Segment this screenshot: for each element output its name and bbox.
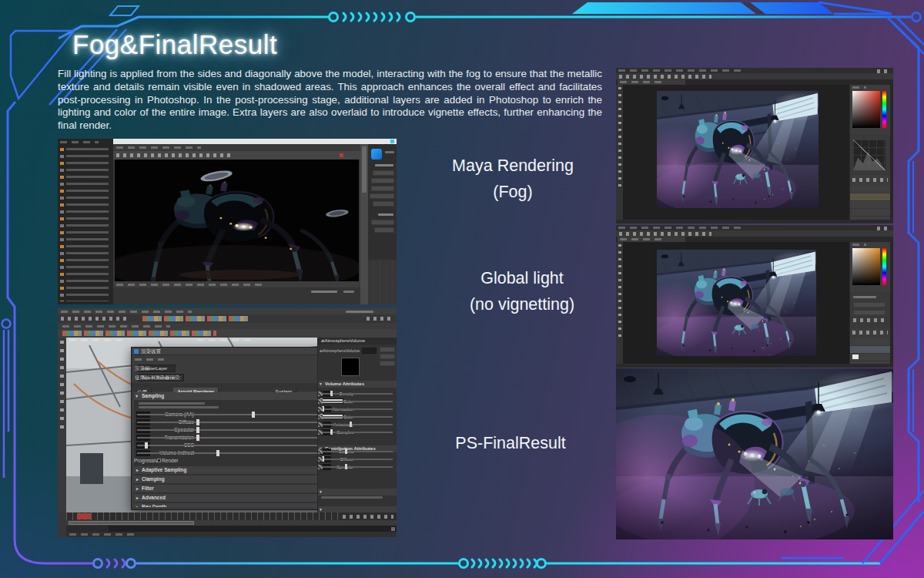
caption-line: PS-FinalResult [403, 430, 618, 456]
ps-options-bar[interactable] [616, 73, 893, 79]
property-button[interactable] [853, 302, 886, 307]
anisotropy-slider[interactable] [320, 424, 393, 425]
range-slider[interactable] [66, 520, 397, 526]
attribute-editor-tab[interactable]: aiAtmosphereVolume [318, 338, 397, 344]
zoom-control[interactable] [311, 291, 337, 293]
node-name-field[interactable] [362, 348, 377, 354]
ps-toolbar[interactable] [616, 85, 623, 220]
footer-control[interactable] [343, 291, 354, 293]
hue-slider[interactable] [882, 248, 886, 285]
attenuation-slider[interactable] [320, 408, 393, 410]
render-view-toolbar[interactable] [113, 151, 360, 160]
dialog-title: 渲染设置 [141, 348, 161, 355]
layers-panel[interactable] [850, 186, 890, 220]
progressive-checkbox[interactable] [157, 459, 161, 462]
attr-row: Diffuse [318, 455, 395, 462]
attenuation-color-slider[interactable] [320, 416, 393, 418]
shelf-icons-row[interactable] [58, 329, 397, 338]
adjustment-icons [852, 178, 888, 182]
help-icon[interactable] [391, 527, 395, 531]
color-panel[interactable] [850, 242, 890, 291]
adjustments-row[interactable] [850, 328, 890, 338]
panel-button[interactable] [371, 186, 394, 191]
ps-menubar[interactable] [616, 225, 893, 230]
texture-map-icon[interactable] [318, 422, 323, 427]
caption-line: (no vignetting) [414, 291, 630, 318]
maya-render-view-screenshot [58, 139, 397, 304]
color-picker-field[interactable] [852, 91, 880, 128]
panel-button[interactable] [370, 193, 394, 199]
texture-map-icon[interactable] [318, 407, 323, 412]
color-panel[interactable] [850, 85, 890, 134]
selected-layer-row[interactable] [850, 346, 890, 353]
specular-contribution-slider[interactable] [320, 466, 393, 468]
window-titlebar[interactable] [113, 139, 397, 144]
layers-panel[interactable] [850, 338, 890, 364]
playback-controls[interactable] [343, 515, 393, 519]
maya-statusline[interactable] [58, 314, 397, 323]
panel-button[interactable] [374, 227, 394, 233]
toolbox-column[interactable] [58, 338, 66, 512]
hue-slider[interactable] [882, 91, 886, 128]
document-tab[interactable] [618, 79, 685, 85]
panel-button[interactable] [371, 220, 394, 225]
samples-slider[interactable] [320, 432, 393, 433]
window-controls[interactable] [877, 69, 891, 73]
ps-canvas[interactable] [623, 85, 849, 220]
timeline-marker[interactable] [77, 513, 91, 519]
texture-map-icon[interactable] [318, 391, 323, 396]
outliner-panel[interactable] [58, 139, 113, 304]
properties-panel[interactable] [850, 292, 890, 328]
panel-button[interactable] [373, 201, 394, 207]
node-name-row: aiAtmosphereVolume [320, 347, 377, 354]
panel-button[interactable] [371, 178, 394, 183]
ps-toolbar[interactable] [616, 242, 623, 364]
camera-contribution-slider[interactable] [320, 451, 393, 452]
texture-map-icon[interactable] [318, 399, 323, 404]
volume-attributes-header[interactable]: Volume Attributes [318, 381, 397, 388]
timeline[interactable] [66, 512, 397, 520]
extra-section-header[interactable] [318, 489, 397, 496]
adjustments-row[interactable] [850, 176, 890, 185]
document-tab[interactable] [618, 237, 685, 242]
render-view-footer[interactable] [113, 287, 360, 304]
command-line[interactable] [66, 526, 397, 532]
photoshop-screenshot-global-light [616, 225, 893, 368]
texture-map-icon[interactable] [318, 430, 323, 435]
diffuse-contribution-slider[interactable] [320, 459, 393, 460]
panel-button[interactable] [373, 170, 394, 176]
ps-canvas[interactable] [623, 242, 849, 364]
workspace-selector[interactable] [346, 311, 373, 313]
material-swatch[interactable] [341, 358, 360, 376]
show-button[interactable] [380, 354, 395, 359]
texture-map-icon[interactable] [318, 465, 323, 469]
curves-panel[interactable] [850, 135, 890, 175]
shelf-tabs[interactable] [58, 323, 397, 329]
section-label [375, 164, 393, 166]
samples-info-text [139, 406, 219, 408]
texture-map-icon[interactable] [318, 415, 323, 419]
scrollbar-thumb[interactable] [362, 146, 367, 193]
ps-menubar[interactable] [616, 68, 893, 73]
ps-options-bar[interactable] [616, 230, 893, 237]
outliner-rows[interactable] [66, 148, 109, 301]
render-layer-row: 渲染层 masterLayer [135, 365, 319, 372]
maya-menubar[interactable] [58, 308, 397, 314]
range-slider-thumb[interactable] [69, 521, 194, 525]
color-picker-field[interactable] [852, 248, 880, 285]
texture-map-icon[interactable] [318, 457, 323, 462]
renderer-row: 使用以下渲染器渲染: Arnold Renderer [135, 374, 319, 381]
preset-button[interactable] [380, 347, 395, 352]
window-controls[interactable] [877, 227, 891, 230]
attr-row: Density [318, 390, 395, 397]
texture-map-icon[interactable] [318, 449, 323, 454]
scrollbar[interactable] [360, 144, 368, 304]
hide-button[interactable] [380, 361, 395, 366]
render-view-menubar[interactable] [113, 144, 360, 151]
density-slider[interactable] [320, 393, 393, 395]
selected-layer-row[interactable] [850, 193, 890, 200]
color-slider[interactable] [320, 401, 393, 402]
property-button[interactable] [853, 310, 886, 315]
statusline-icon-strip [142, 316, 250, 321]
render-side-panel [368, 144, 397, 304]
